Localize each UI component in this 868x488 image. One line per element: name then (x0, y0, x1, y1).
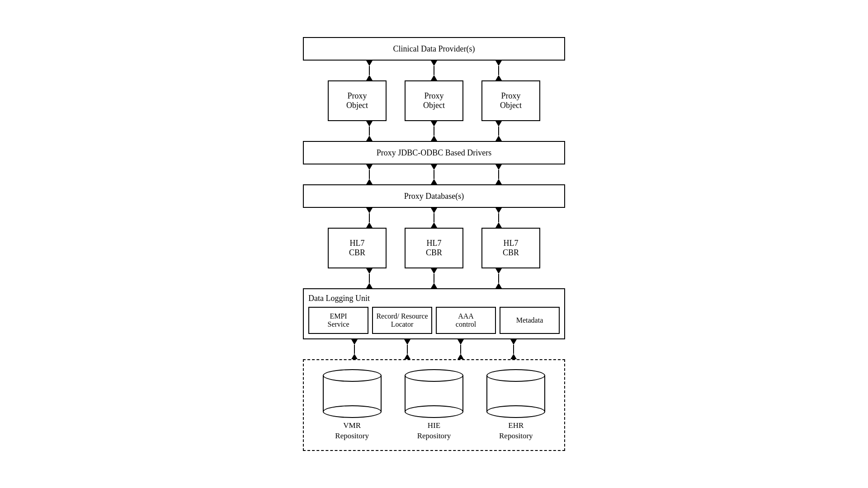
aaa-control-box: AAAcontrol (436, 307, 496, 334)
ehr-cylinder (486, 369, 545, 418)
arrowhead-up-3 (495, 75, 502, 80)
arrowhead-up-7 (366, 179, 373, 184)
arrowhead-up-10 (366, 222, 373, 228)
proxy-objects-row: ProxyObject ProxyObject ProxyObject (328, 80, 540, 121)
arrowhead-down-6 (495, 121, 502, 127)
arrow-col-8 (431, 164, 437, 184)
arrowhead-up-13 (366, 283, 373, 288)
shaft-1 (369, 66, 370, 75)
shaft-15 (498, 274, 499, 283)
shaft-16 (354, 345, 355, 354)
arrow-col-7 (366, 164, 373, 184)
arrow-row-4 (303, 208, 565, 228)
shaft-6 (498, 127, 499, 136)
shaft-10 (369, 213, 370, 222)
diagram-container: Clinical Data Provider(s) ProxyObject Pr… (294, 28, 574, 460)
arrow-col-15 (495, 268, 502, 288)
arrowhead-down-12 (495, 208, 502, 213)
proxy-object-2-label: ProxyObject (423, 91, 445, 110)
shaft-4 (369, 127, 370, 136)
record-resource-locator-label: Record/ ResourceLocator (376, 312, 428, 328)
proxy-object-3-label: ProxyObject (500, 91, 522, 110)
metadata-label: Metadata (516, 316, 543, 324)
arrow-col-16 (351, 339, 358, 359)
empi-service-box: EMPIService (308, 307, 368, 334)
metadata-box: Metadata (500, 307, 560, 334)
arrow-row-2 (303, 121, 565, 141)
arrow-col-14 (431, 268, 437, 288)
arrowhead-up-2 (431, 75, 437, 80)
shaft-12 (498, 213, 499, 222)
proxy-jdbc-odbc-label: Proxy JDBC-ODBC Based Drivers (377, 148, 492, 158)
arrowhead-down-4 (366, 121, 373, 127)
arrowhead-up-9 (495, 179, 502, 184)
proxy-object-3: ProxyObject (481, 80, 540, 121)
hl7-cbr-1: HL7CBR (328, 228, 387, 268)
arrowhead-down-10 (366, 208, 373, 213)
shaft-19 (513, 345, 514, 354)
arrow-col-12 (495, 208, 502, 228)
ehr-label: EHRRepository (499, 421, 533, 441)
arrow-col-10 (366, 208, 373, 228)
clinical-data-provider-label: Clinical Data Provider(s) (393, 44, 475, 54)
arrowhead-down-15 (495, 268, 502, 274)
arrowhead-up-16 (351, 354, 358, 359)
arrow-col-9 (495, 164, 502, 184)
hl7-cbr-3: HL7CBR (481, 228, 540, 268)
shaft-14 (434, 274, 434, 283)
hl7-cbr-3-label: HL7CBR (503, 239, 519, 258)
clinical-data-provider-box: Clinical Data Provider(s) (303, 37, 565, 61)
hl7-row: HL7CBR HL7CBR HL7CBR (328, 228, 540, 268)
shaft-8 (434, 170, 434, 179)
aaa-control-label: AAAcontrol (456, 312, 476, 328)
shaft-18 (460, 345, 461, 354)
arrow-col-19 (510, 339, 517, 359)
arrowhead-down-17 (404, 339, 410, 345)
arrowhead-up-19 (510, 354, 517, 359)
arrowhead-up-17 (404, 354, 410, 359)
arrowhead-down-16 (351, 339, 358, 345)
arrowhead-down-7 (366, 164, 373, 170)
shaft-13 (369, 274, 370, 283)
arrow-row-3 (303, 164, 565, 184)
ehr-repository-col: EHRRepository (486, 369, 545, 441)
arrow-row-1 (303, 61, 565, 80)
hie-cyl-bottom (405, 405, 463, 418)
hl7-cbr-2-label: HL7CBR (426, 239, 442, 258)
arrowhead-up-15 (495, 283, 502, 288)
arrowhead-down-3 (495, 61, 502, 66)
arrowhead-up-8 (431, 179, 437, 184)
empi-service-label: EMPIService (328, 312, 349, 328)
arrowhead-up-14 (431, 283, 437, 288)
hie-label: HIERepository (417, 421, 451, 441)
arrowhead-down-11 (431, 208, 437, 213)
arrow-col-3 (495, 61, 502, 80)
arrowhead-down-1 (366, 61, 373, 66)
arrowhead-up-11 (431, 222, 437, 228)
shaft-17 (407, 345, 408, 354)
proxy-object-1: ProxyObject (328, 80, 387, 121)
shaft-7 (369, 170, 370, 179)
hl7-cbr-1-label: HL7CBR (349, 239, 365, 258)
arrowhead-down-13 (366, 268, 373, 274)
proxy-object-1-label: ProxyObject (346, 91, 368, 110)
arrow-row-6 (303, 339, 565, 359)
arrowhead-down-8 (431, 164, 437, 170)
arrowhead-down-9 (495, 164, 502, 170)
proxy-object-2: ProxyObject (405, 80, 463, 121)
shaft-5 (434, 127, 434, 136)
proxy-database-label: Proxy Database(s) (404, 192, 464, 201)
arrow-col-11 (431, 208, 437, 228)
arrow-col-18 (458, 339, 464, 359)
arrow-col-4 (366, 121, 373, 141)
arrow-col-13 (366, 268, 373, 288)
arrow-row-5 (303, 268, 565, 288)
shaft-9 (498, 170, 499, 179)
dlu-label: Data Logging Unit (308, 294, 560, 303)
arrow-col-6 (495, 121, 502, 141)
arrowhead-down-18 (458, 339, 464, 345)
shaft-3 (498, 66, 499, 75)
arrow-col-17 (404, 339, 410, 359)
vmr-repository-col: VMRRepository (323, 369, 382, 441)
proxy-database-box: Proxy Database(s) (303, 184, 565, 208)
